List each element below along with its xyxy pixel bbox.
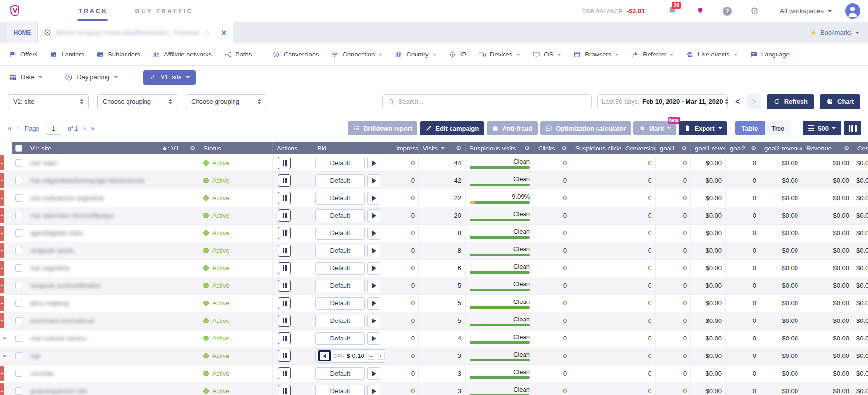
bid-collapse-button[interactable] [318,350,331,361]
view-table-button[interactable]: Table [735,121,765,135]
pause-button[interactable] [278,297,291,309]
column-gear-icon[interactable]: ⚙ [524,145,530,151]
row-remove-marker[interactable] [0,383,4,395]
column-header-visits[interactable]: Visits⚙ [419,142,466,154]
filter-country[interactable]: Country [395,51,436,58]
bid-expand-button[interactable] [367,157,380,169]
row-checkbox[interactable] [15,159,22,167]
column-gear-icon[interactable]: ⚙ [456,145,461,151]
row-checkbox[interactable] [15,335,22,342]
prev-page-button[interactable]: ‹ [17,124,19,132]
grouping-select-2[interactable]: Choose grouping [97,94,177,109]
bid-default-button[interactable]: Default [315,245,365,257]
column-header-bid[interactable]: Bid [313,142,392,154]
column-header-goal1-revenue[interactable]: goal1 revenue [691,142,726,154]
notifications-button[interactable]: 38 [668,5,677,17]
column-header-conversions[interactable]: Conversions [621,142,656,154]
bookmarks-dropdown[interactable]: ★ Bookmarks [810,22,859,43]
next-page-button[interactable]: › [84,124,86,132]
pause-button[interactable] [278,367,291,379]
row-checkbox[interactable] [15,264,22,272]
filter-offers[interactable]: Offers [9,51,37,58]
column-header-goal1[interactable]: goal1⚙ [656,142,691,154]
bid-default-button[interactable]: Default [315,332,365,345]
whats-new-bulb-icon[interactable] [696,6,705,17]
row-checkbox[interactable] [15,352,22,359]
row-remove-marker[interactable] [0,261,4,276]
page-input[interactable] [45,122,62,135]
site-name-cell[interactable]: pushmami promotional [26,312,158,329]
pause-button[interactable] [278,174,291,187]
bid-default-button[interactable]: Default [315,262,365,275]
dimension-select-1[interactable]: V1: site [8,94,89,109]
pause-button[interactable] [278,385,291,395]
row-remove-marker[interactable] [0,278,4,293]
pause-button[interactable] [278,245,291,257]
close-tab-icon[interactable]: ✕ [221,29,227,37]
pause-button[interactable] [278,157,291,169]
grouping-select-3[interactable]: Choose grouping [186,94,266,109]
filter-paths[interactable]: Paths [224,51,252,58]
bid-default-button[interactable]: Default [315,174,365,187]
bid-expand-button[interactable] [367,297,380,310]
filter-ip[interactable]: IP [449,51,466,58]
row-remove-marker[interactable] [0,243,4,258]
drilldown-report-button[interactable]: Drilldown report [348,121,417,135]
pause-button[interactable] [278,315,291,327]
row-checkbox[interactable] [15,370,22,377]
site-name-cell[interactable]: mar argentina [26,260,158,277]
column-gear-icon[interactable]: ⚙ [561,145,567,151]
day-parting-dropdown[interactable]: Day parting [65,74,117,81]
row-checkbox[interactable] [15,229,22,237]
row-checkbox[interactable] [15,212,22,219]
site-name-cell[interactable]: sinapsek pushnotification [26,277,158,294]
column-header-suspicious-clicks[interactable]: Suspicious clicks [571,142,621,154]
bid-expand-button[interactable] [367,174,380,187]
site-name-cell[interactable]: mar outlookcom argentina [26,189,158,207]
column-header-v1-site[interactable]: V1: site [26,142,158,154]
filter-sublanders[interactable]: Sublanders [96,51,140,58]
row-checkbox[interactable] [15,194,22,202]
column-gear-icon[interactable]: ⚙ [190,145,195,151]
bid-default-button[interactable]: Default [315,297,365,310]
filter-affiliate-networks[interactable]: Affiliate networks [152,51,212,58]
dimension-chip-v1-site[interactable]: V1: site [143,70,196,85]
pause-button[interactable] [278,280,291,292]
row-checkbox[interactable] [15,317,22,324]
bid-decrease-button[interactable]: − [367,352,375,360]
tab-campaign[interactable]: Mondo Uruguay UniversidadMontevideo_Trad… [38,22,233,43]
filter-browsers[interactable]: Browsers [573,51,619,58]
mark-button[interactable]: Markbeta [633,121,676,135]
view-tree-button[interactable]: Tree [765,121,792,135]
brand-logo-icon[interactable] [9,4,21,18]
pause-button[interactable] [278,350,291,362]
bid-increase-button[interactable]: + [377,352,385,360]
edit-campaign-button[interactable]: Edit campaign [420,121,484,135]
filter-devices[interactable]: Devices [478,51,520,58]
site-name-cell[interactable]: agendaglobe islam [26,225,158,242]
bid-expand-button[interactable] [367,245,380,257]
row-remove-marker[interactable] [0,173,4,188]
pause-button[interactable] [278,262,291,274]
bid-default-button[interactable]: Default [315,192,365,205]
nav-buy-traffic[interactable]: BUY TRAFFIC [135,7,193,15]
row-remove-marker[interactable] [0,208,4,223]
bid-expand-button[interactable] [367,280,380,292]
bid-default-button[interactable]: Default [315,157,365,169]
anti-fraud-button[interactable]: Anti-fraud [487,121,538,135]
bid-expand-button[interactable] [367,367,380,380]
select-all-checkbox[interactable] [15,145,22,152]
row-checkbox[interactable] [15,282,22,289]
filter-language[interactable]: Language [750,51,790,58]
bid-expand-button[interactable] [367,209,380,222]
row-remove-marker[interactable] [0,366,4,381]
row-checkbox[interactable] [15,247,22,254]
site-name-cell[interactable]: zap [26,347,158,364]
column-gear-icon[interactable]: ⚙ [751,145,756,151]
favorite-star-icon[interactable]: ☆ [204,28,211,37]
bid-default-button[interactable]: Default [315,209,365,222]
range-next-button[interactable]: > [747,94,761,109]
bid-expand-button[interactable] [367,227,380,240]
pause-button[interactable] [278,227,291,239]
settings-gear-icon[interactable]: ⚙ [750,6,759,16]
